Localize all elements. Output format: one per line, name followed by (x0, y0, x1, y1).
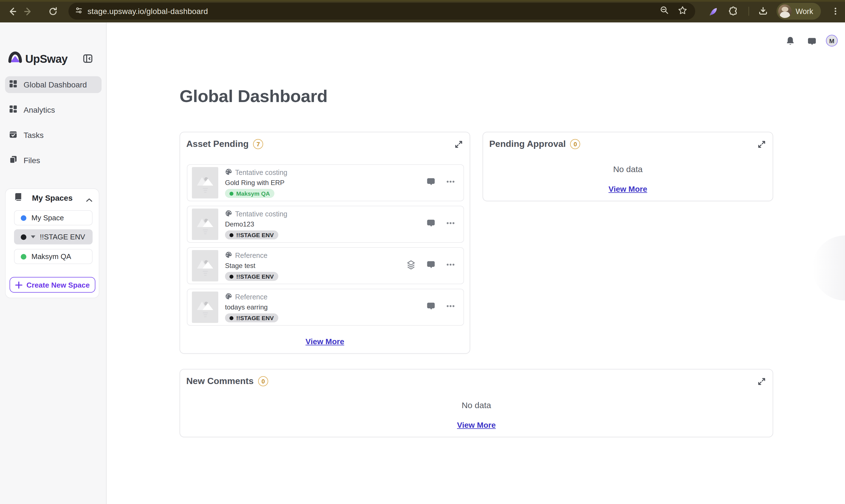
site-settings-icon[interactable] (75, 6, 83, 17)
space-item-my-space[interactable]: My Space (14, 210, 92, 226)
sidebar-collapse-icon[interactable] (83, 53, 94, 65)
sidebar-item-global-dashboard[interactable]: Global Dashboard (5, 76, 102, 93)
asset-type: Tentative costing (235, 169, 287, 177)
my-spaces-panel: My Spaces My Space !!STAGE ENV Maksym QA (5, 188, 99, 298)
pending-approval-card: Pending Approval 0 No data View More (483, 132, 773, 201)
palette-icon (225, 292, 232, 302)
asset-thumbnail (192, 291, 218, 323)
sidebar-item-files[interactable]: Files (5, 152, 102, 169)
new-comments-card: New Comments 0 No data View More (179, 369, 773, 437)
main-content: M Global Dashboard Asset Pending 7 (107, 22, 845, 504)
extension-feather-icon[interactable] (707, 5, 719, 17)
toolbar-separator (748, 7, 749, 16)
dashboard-grid-icon (9, 79, 17, 90)
asset-thumbnail (192, 250, 218, 282)
versions-layers-icon[interactable] (406, 259, 416, 272)
comment-icon[interactable] (426, 259, 436, 272)
edge-widget-blob (812, 235, 845, 301)
bookmark-star-icon[interactable] (678, 5, 687, 17)
url-text[interactable]: stage.upsway.io/global-dashboard (88, 7, 208, 16)
tag-dot (229, 233, 234, 237)
plus-icon (15, 281, 22, 288)
tag-dot (229, 316, 234, 320)
palette-icon (225, 209, 232, 219)
asset-tag-pill: Maksym QA (225, 189, 274, 198)
extensions-puzzle-icon[interactable] (727, 5, 740, 17)
asset-pending-card: Asset Pending 7 Tentative costi (179, 132, 470, 354)
asset-thumbnail (192, 209, 218, 240)
sidebar-item-tasks[interactable]: Tasks (5, 127, 102, 144)
expand-icon[interactable] (757, 377, 766, 386)
asset-tag-pill: !!STAGE ENV (225, 313, 278, 322)
profile-label: Work (796, 7, 813, 15)
more-options-icon[interactable] (446, 301, 455, 313)
asset-name: Gold Ring with ERP (225, 179, 287, 187)
asset-name: Stage test (225, 262, 278, 270)
asset-name: Demo123 (225, 220, 287, 228)
count-badge: 0 (570, 139, 581, 149)
space-item-stage-env[interactable]: !!STAGE ENV (14, 229, 92, 245)
files-copy-icon (9, 155, 17, 166)
asset-type: Reference (235, 252, 268, 259)
sidebar-nav: Global Dashboard Analytics Tasks Files (5, 76, 102, 177)
space-color-dot (21, 254, 27, 259)
asset-type: Tentative costing (235, 210, 287, 218)
brand-name: UpSway (25, 53, 68, 66)
asset-tag-pill: !!STAGE ENV (225, 272, 278, 281)
asset-list-item[interactable]: Tentative costing Demo123 !!STAGE ENV (187, 206, 464, 243)
asset-type: Reference (235, 293, 268, 301)
view-more-link[interactable]: View More (306, 337, 344, 346)
asset-list-item[interactable]: Reference todays earring !!STAGE ENV (187, 289, 464, 326)
space-color-dot (21, 215, 27, 221)
book-icon (14, 192, 23, 204)
browser-menu-icon[interactable] (829, 5, 842, 17)
page-title: Global Dashboard (179, 86, 328, 107)
asset-list-item[interactable]: Tentative costing Gold Ring with ERP Mak… (187, 164, 464, 201)
card-title: Pending Approval (489, 139, 566, 149)
count-badge: 0 (258, 376, 268, 386)
profile-avatar (778, 4, 792, 18)
notifications-bell-icon[interactable] (785, 36, 796, 49)
more-options-icon[interactable] (446, 177, 455, 189)
count-badge: 7 (253, 139, 263, 149)
create-new-space-button[interactable]: Create New Space (10, 277, 96, 293)
reload-button[interactable] (47, 5, 59, 17)
view-more-link[interactable]: View More (608, 184, 647, 193)
asset-name: todays earring (225, 303, 278, 311)
messages-icon[interactable] (807, 36, 817, 49)
more-options-icon[interactable] (446, 218, 455, 230)
chevron-up-icon[interactable] (86, 195, 92, 205)
comment-icon[interactable] (426, 177, 436, 189)
analytics-grid-icon (9, 105, 17, 115)
no-data-text: No data (180, 400, 773, 410)
zoom-out-icon[interactable] (660, 6, 669, 17)
sidebar-item-analytics[interactable]: Analytics (5, 102, 102, 118)
more-options-icon[interactable] (446, 259, 455, 272)
asset-tag-pill: !!STAGE ENV (225, 230, 278, 239)
upsway-logo-icon (7, 50, 23, 68)
space-color-dot (21, 234, 27, 240)
expand-icon[interactable] (757, 140, 766, 149)
card-title: New Comments (186, 376, 254, 386)
tasks-calendar-icon (9, 130, 17, 141)
forward-button[interactable] (22, 5, 34, 17)
tag-dot (229, 192, 234, 195)
space-item-maksym-qa[interactable]: Maksym QA (14, 249, 92, 264)
view-more-link[interactable]: View More (457, 420, 496, 429)
browser-profile-chip[interactable]: Work (777, 3, 821, 20)
downloads-icon[interactable] (757, 5, 769, 17)
asset-thumbnail (192, 167, 218, 198)
app-page: UpSway Global Dashboard Analytics Tasks (0, 22, 845, 504)
caret-down-icon[interactable] (31, 235, 35, 238)
asset-list-item[interactable]: Reference Stage test !!STAGE ENV (187, 247, 464, 284)
browser-toolbar: stage.upsway.io/global-dashboard (0, 0, 845, 22)
palette-icon (225, 168, 232, 178)
user-avatar[interactable]: M (826, 35, 838, 47)
address-bar[interactable]: stage.upsway.io/global-dashboard (68, 3, 695, 20)
my-spaces-title: My Spaces (32, 193, 73, 202)
comment-icon[interactable] (426, 301, 436, 313)
comment-icon[interactable] (426, 218, 436, 230)
card-title: Asset Pending (186, 139, 248, 149)
back-button[interactable] (6, 5, 18, 17)
expand-icon[interactable] (454, 140, 464, 149)
